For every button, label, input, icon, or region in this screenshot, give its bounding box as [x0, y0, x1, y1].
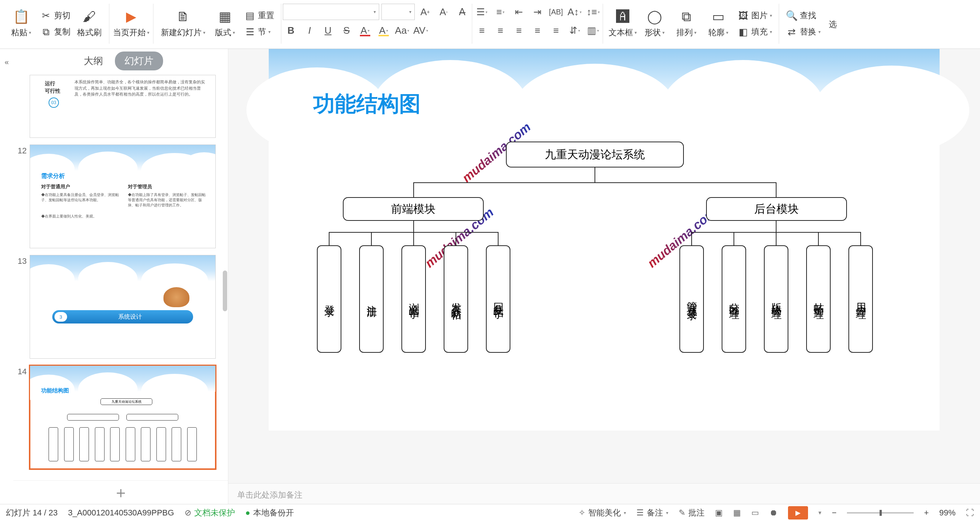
decrease-indent-button[interactable]: ⇤	[511, 4, 527, 20]
zoom-in-button[interactable]: +	[924, 508, 929, 518]
org-chart[interactable]: 九重天动漫论坛系统 前端模块 后台模块	[306, 123, 902, 408]
reset-label: 重置	[258, 10, 274, 21]
font-family-combo[interactable]: ▾	[283, 4, 379, 20]
view-normal-button[interactable]: ▣	[715, 508, 723, 518]
current-slide[interactable]: 功能结构图 mudaima.com mudaima.com mudaima.co…	[269, 49, 940, 430]
fill-button[interactable]: ◧填充▾	[734, 24, 775, 40]
zoom-value[interactable]: 99%	[939, 508, 956, 518]
align-center-button[interactable]: ≡	[492, 22, 509, 38]
shape-button[interactable]: ◯形状▾	[639, 3, 670, 44]
textbox-label: 文本框	[609, 27, 633, 38]
format-painter-label: 格式刷	[77, 27, 102, 38]
fit-button[interactable]: ⛶	[966, 508, 974, 518]
replace-button[interactable]: ⇄替换▾	[783, 24, 824, 40]
thumbnail-13[interactable]: 3 系统设计	[30, 255, 216, 359]
cut-button[interactable]: ✂剪切	[37, 8, 73, 23]
bold-button[interactable]: B	[283, 22, 299, 38]
org-leaf: 发表新帖	[444, 245, 468, 353]
tab-slides[interactable]: 幻灯片	[115, 51, 163, 70]
picture-button[interactable]: 🖼图片▾	[734, 8, 775, 23]
underline-button[interactable]: U	[320, 22, 336, 38]
format-painter-button[interactable]: 🖌 格式刷	[73, 3, 105, 44]
shape-label: 形状	[644, 27, 661, 38]
slideshow-button[interactable]: ▶	[788, 506, 808, 519]
font-color-button[interactable]: A▾	[357, 22, 373, 38]
view-reading-button[interactable]: ▭	[751, 508, 759, 518]
select-button[interactable]: 选	[824, 3, 842, 44]
shape-icon: ◯	[646, 8, 663, 25]
add-slide-button[interactable]: ＋	[13, 480, 228, 504]
org-leaf: 登录	[317, 245, 341, 353]
arrange-button[interactable]: ⧉排列▾	[670, 3, 702, 44]
reading-view-icon: ▭	[751, 508, 759, 518]
find-button[interactable]: 🔍查找	[783, 8, 824, 23]
layout-button[interactable]: ▦ 版式▾	[209, 3, 241, 44]
increase-indent-button[interactable]: ⇥	[529, 4, 546, 20]
thumbnail-14[interactable]: 功能结构图 九重天动漫论坛系统	[30, 365, 216, 469]
columns-button[interactable]: ▥▾	[585, 22, 601, 38]
thumbnail-12[interactable]: 需求分析 对于普通用户 对于管理员 ◆在功能上要具备注册会员、会员登录、浏览帖子…	[30, 145, 216, 248]
from-current-label: 当页开始	[113, 27, 146, 38]
status-beautify[interactable]: ✧智能美化▾	[579, 507, 626, 518]
from-current-button[interactable]: ▶ 当页开始▾	[113, 3, 150, 44]
align-justify-button[interactable]: ≡	[529, 22, 546, 38]
thumbnail-11[interactable]: 运行 可行性 03 本系统操作简单、功能齐全，各个模块的操作都简单易做，没有复杂…	[30, 75, 216, 138]
align-left-button[interactable]: ≡	[474, 22, 490, 38]
line-spacing-button[interactable]: ↕≡▾	[585, 4, 601, 20]
ribbon: 📋 粘贴▾ ✂剪切 ⧉复制 🖌 格式刷 ▶ 当页开始▾ 🗎 新建幻灯片▾	[0, 0, 980, 49]
clear-format-button[interactable]: A̶	[454, 4, 470, 20]
thumb-text: 运行	[45, 80, 55, 87]
record-button[interactable]: ⏺	[770, 508, 778, 518]
copy-button[interactable]: ⧉复制	[37, 24, 73, 40]
thumb-text: 对于普通用户	[41, 183, 70, 190]
thumbnail-list[interactable]: 运行 可行性 03 本系统操作简单、功能齐全，各个模块的操作都简单易做，没有复杂…	[13, 73, 228, 480]
align-right-button[interactable]: ≡	[511, 22, 527, 38]
section-icon: ☰	[244, 26, 256, 38]
section-button[interactable]: ☰节▾	[241, 24, 277, 40]
shrink-font-button[interactable]: A-	[436, 4, 452, 20]
new-slide-button[interactable]: 🗎 新建幻灯片▾	[157, 3, 209, 44]
slideshow-dropdown[interactable]: ▾	[818, 509, 821, 516]
canvas[interactable]: 功能结构图 mudaima.com mudaima.com mudaima.co…	[228, 49, 980, 483]
tab-outline[interactable]: 大纲	[79, 52, 108, 70]
bullets-button[interactable]: ☰▾	[474, 4, 490, 20]
grp-slideshow: ▶ 当页开始▾	[111, 2, 151, 45]
cut-label: 剪切	[54, 10, 70, 21]
reset-button[interactable]: ▤重置	[241, 8, 277, 23]
collapse-panel-button[interactable]: «	[0, 49, 13, 504]
ruby-button[interactable]: [AB]	[548, 4, 564, 20]
char-spacing-button[interactable]: AV▾	[412, 22, 429, 38]
zoom-out-button[interactable]: −	[832, 508, 837, 518]
strike-button[interactable]: S	[339, 22, 355, 38]
grow-font-button[interactable]: A+	[417, 4, 433, 20]
paste-button[interactable]: 📋 粘贴▾	[5, 3, 37, 44]
org-leaf: 用户管理	[848, 245, 873, 353]
status-protect[interactable]: ⊘文档未保护	[185, 507, 235, 518]
status-backup[interactable]: ●本地备份开	[245, 507, 294, 518]
panel-tabs: 大纲 幻灯片	[13, 49, 228, 73]
change-case-button[interactable]: Aa▾	[394, 22, 410, 38]
status-notes[interactable]: ☰备注▾	[636, 507, 668, 518]
align-vertical-button[interactable]: ⇵▾	[566, 22, 583, 38]
replace-label: 替换	[800, 26, 816, 37]
text-direction-button[interactable]: A↕▾	[566, 4, 583, 20]
status-bar: 幻灯片 14 / 23 3_A000120140530A99PPBG ⊘文档未保…	[0, 504, 980, 521]
org-leaf: 帖子管理	[806, 245, 830, 353]
notes-placeholder[interactable]: 单击此处添加备注	[228, 483, 980, 504]
status-page[interactable]: 幻灯片 14 / 23	[6, 507, 57, 518]
numbering-button[interactable]: ≡▾	[492, 4, 509, 20]
italic-button[interactable]: I	[301, 22, 318, 38]
scrollbar-thumb[interactable]	[223, 270, 227, 311]
zoom-slider[interactable]	[847, 512, 914, 514]
slide-title[interactable]: 功能结构图	[313, 90, 421, 119]
font-size-combo[interactable]: ▾	[382, 4, 415, 20]
outline-button[interactable]: ▭轮廓▾	[702, 3, 734, 44]
distribute-button[interactable]: ≡	[548, 22, 564, 38]
textbox-button[interactable]: 🅰文本框▾	[607, 3, 639, 44]
status-comment[interactable]: ✎批注	[679, 507, 705, 518]
slide-number: 13	[15, 255, 30, 266]
view-sorter-button[interactable]: ▦	[733, 508, 741, 518]
grp-font: ▾ ▾ A+ A- A̶ B I U S A▾ A▾ Aa▾ AV▾	[283, 2, 470, 38]
thumb-text: 在功能上要具备注册会员、会员登录、浏览帖子、发帖回帖等这些论坛基本功能。	[41, 193, 119, 202]
highlight-button[interactable]: A▾	[375, 22, 392, 38]
